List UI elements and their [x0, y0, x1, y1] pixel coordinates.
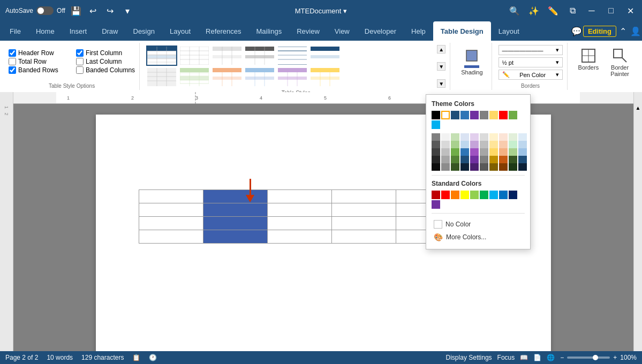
style-item-5[interactable] [277, 46, 308, 66]
shade[interactable] [441, 148, 450, 156]
borders-button[interactable]: Borders [574, 45, 603, 73]
shade[interactable] [489, 133, 498, 141]
shade[interactable] [509, 133, 517, 141]
color-gray[interactable] [480, 111, 488, 119]
banded-columns-checkbox[interactable]: Banded Columns [76, 66, 135, 74]
shade[interactable] [451, 133, 459, 141]
shade[interactable] [499, 148, 508, 156]
color-blue[interactable] [460, 111, 469, 119]
tab-references[interactable]: References [198, 21, 248, 41]
tab-draw[interactable]: Draw [94, 21, 125, 41]
tab-developer[interactable]: Developer [357, 21, 404, 41]
web-layout-icon[interactable]: 🌐 [547, 354, 555, 361]
zoom-plus[interactable]: + [613, 354, 617, 361]
shade[interactable] [441, 156, 450, 163]
style-item-3[interactable] [212, 46, 243, 66]
shade[interactable] [432, 156, 440, 163]
shade[interactable] [518, 156, 527, 163]
autosave-toggle[interactable] [36, 6, 54, 15]
shade[interactable] [480, 148, 488, 156]
banded-columns-input[interactable] [76, 66, 84, 74]
last-column-input[interactable] [76, 58, 84, 65]
table-cell[interactable] [268, 230, 332, 244]
zoom-slider[interactable] [567, 357, 610, 359]
tab-review[interactable]: Review [289, 21, 327, 41]
shade[interactable] [480, 156, 488, 163]
std-color-lightgreen[interactable] [470, 191, 479, 199]
customize-icon[interactable]: ▾ [121, 4, 134, 17]
shade[interactable] [451, 163, 459, 171]
shade[interactable] [432, 148, 440, 156]
table-cell-blue[interactable] [203, 217, 268, 230]
shade[interactable] [451, 148, 459, 156]
shade[interactable] [509, 141, 517, 148]
shade[interactable] [499, 141, 508, 148]
doc-main[interactable] [13, 104, 633, 351]
table-cell[interactable] [268, 217, 332, 230]
no-color-option[interactable]: No Color [432, 218, 525, 231]
editing-badge[interactable]: Editing [583, 26, 616, 37]
shade[interactable] [518, 163, 527, 171]
shade[interactable] [480, 141, 488, 148]
read-mode-icon[interactable]: 📖 [520, 354, 528, 361]
restore-icon[interactable]: ⧉ [566, 4, 579, 17]
shade[interactable] [432, 163, 440, 171]
shade[interactable] [480, 133, 488, 141]
border-weight-dropdown[interactable]: ½ pt ▾ [499, 57, 563, 67]
color-black[interactable] [432, 111, 440, 119]
pen-color-dropdown[interactable]: ✏️ Pen Color ▾ [499, 70, 563, 80]
shade[interactable] [460, 148, 469, 156]
table-cell[interactable] [332, 190, 396, 203]
table-cell[interactable] [332, 203, 396, 217]
redo-icon[interactable]: ↪ [104, 4, 117, 17]
save-status-icon[interactable]: 🕐 [149, 354, 157, 361]
shade[interactable] [509, 156, 517, 163]
border-painter-button[interactable]: BorderPainter [606, 45, 633, 79]
style-item-12[interactable] [309, 67, 341, 87]
tab-view[interactable]: View [327, 21, 357, 41]
color-green[interactable] [509, 111, 517, 119]
tab-file[interactable]: File [2, 21, 28, 41]
shade[interactable] [499, 156, 508, 163]
total-row-input[interactable] [9, 58, 16, 65]
close-icon[interactable]: ✕ [624, 4, 637, 17]
std-color-green[interactable] [480, 191, 488, 199]
shade[interactable] [499, 133, 508, 141]
shade[interactable] [509, 148, 517, 156]
style-item-10[interactable] [244, 67, 275, 87]
tab-insert[interactable]: Insert [62, 21, 95, 41]
tab-design[interactable]: Design [126, 21, 162, 41]
shade[interactable] [460, 133, 469, 141]
first-column-input[interactable] [76, 49, 84, 57]
minimize-icon[interactable]: ─ [585, 4, 598, 17]
shade[interactable] [441, 133, 450, 141]
std-color-blue[interactable] [499, 191, 508, 199]
tab-home[interactable]: Home [28, 21, 62, 41]
shade[interactable] [470, 156, 479, 163]
style-item-7[interactable] [146, 67, 177, 87]
std-color-orange[interactable] [451, 191, 459, 199]
style-item-8[interactable] [179, 67, 210, 87]
style-item-2[interactable] [179, 46, 210, 66]
more-colors-option[interactable]: 🎨 More Colors... [432, 231, 525, 244]
color-cyan[interactable] [432, 120, 440, 129]
style-scroll-more[interactable]: ▼ [437, 79, 445, 88]
color-purple[interactable] [470, 111, 479, 119]
table-cell[interactable] [139, 230, 203, 244]
tab-table-design[interactable]: Table Design [433, 21, 491, 41]
std-color-darkblue[interactable] [509, 191, 517, 199]
table-cell[interactable] [268, 190, 332, 203]
banded-rows-checkbox[interactable]: Banded Rows [9, 66, 67, 74]
shade[interactable] [451, 141, 459, 148]
comments-icon[interactable]: 💬 [570, 25, 583, 37]
shade[interactable] [489, 163, 498, 171]
banded-rows-input[interactable] [9, 66, 16, 74]
table-cell-blue[interactable] [203, 230, 268, 244]
header-row-checkbox[interactable]: Header Row [9, 49, 67, 57]
table-cell[interactable] [139, 190, 203, 203]
shade[interactable] [518, 133, 527, 141]
table-cell[interactable] [139, 217, 203, 230]
copilot-icon[interactable]: ✨ [527, 4, 540, 17]
ribbon-collapse-icon[interactable]: ⌃ [616, 25, 629, 37]
style-item-4[interactable] [244, 46, 275, 66]
